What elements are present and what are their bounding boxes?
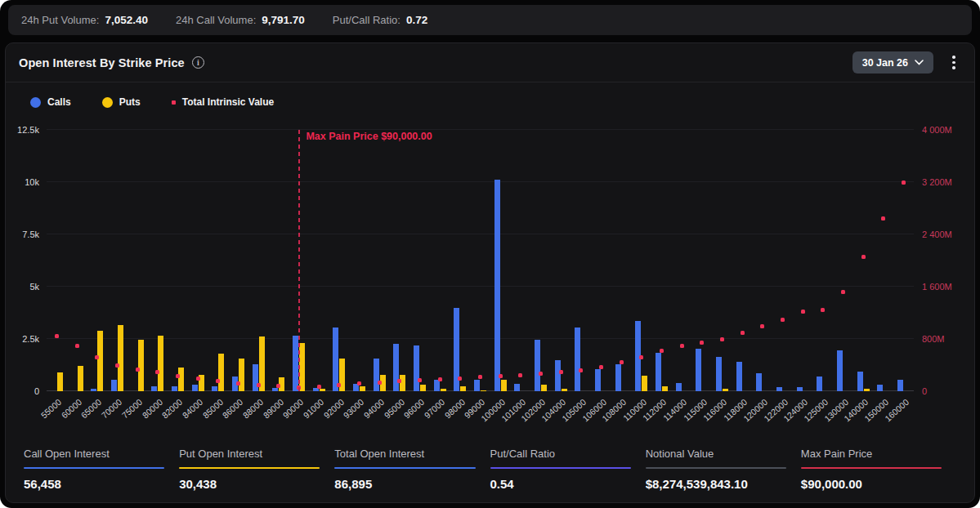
intrinsic-value-dot (781, 318, 785, 322)
strike-slot-100000: 100000 (490, 130, 511, 391)
call-bar (857, 372, 863, 391)
stat-call-open-interest: Call Open Interest56,458 (24, 448, 164, 492)
panel-title: Open Interest By Strike Price (19, 56, 185, 69)
strike-slot-93000: 93000 (349, 130, 369, 391)
strike-slot-80000: 80000 (147, 130, 168, 391)
topbar-stat-label: 24h Call Volume: (176, 14, 256, 26)
intrinsic-value-dot (881, 216, 885, 221)
stat-underline (646, 467, 786, 470)
strike-slot-122000: 122000 (772, 130, 793, 391)
intrinsic-value-dot (378, 381, 382, 385)
call-bar (776, 387, 782, 391)
x-tick-label: 89000 (261, 397, 285, 420)
put-bar (642, 376, 647, 391)
y-tick-label-right: 3 200M (922, 177, 952, 187)
stat-underline (334, 467, 475, 470)
stat-underline (179, 467, 320, 470)
open-interest-panel: Open Interest By Strike Price i 30 Jan 2… (5, 42, 975, 503)
stat-label: Total Open Interest (334, 448, 475, 460)
x-tick-label: 55000 (39, 397, 64, 420)
call-bar (393, 344, 399, 391)
call-bar (514, 384, 520, 391)
plot-area: 5500060000650007000075000800008200084000… (47, 130, 914, 391)
right-axis: 0800M1 600M2 400M3 200M4 000M (917, 130, 974, 391)
strike-slot-150000: 150000 (874, 130, 894, 391)
put-bar (562, 389, 567, 391)
x-tick-label: 84000 (180, 397, 204, 420)
call-bar (676, 383, 682, 391)
chevron-down-icon (915, 60, 924, 65)
strike-slot-99000: 99000 (470, 130, 490, 391)
intrinsic-value-dot (518, 373, 522, 377)
call-bar (293, 336, 298, 391)
put-bar (97, 331, 103, 391)
intrinsic-value-dot (115, 363, 119, 368)
intrinsic-value-dot (680, 344, 684, 348)
call-bar (615, 364, 621, 391)
put-bar (662, 386, 668, 391)
x-tick-label: 75000 (119, 397, 144, 420)
stat-value: $8,274,539,843.10 (646, 477, 786, 491)
strike-slot-60000: 60000 (67, 130, 87, 391)
stat-label: Put/Call Ratio (490, 448, 631, 460)
volume-stats-bar: 24h Put Volume:7,052.4024h Call Volume:9… (8, 5, 972, 35)
intrinsic-value-dot (136, 368, 140, 372)
strike-slot-116000: 116000 (712, 130, 732, 391)
x-tick-label: 93000 (342, 397, 366, 420)
stat-label: Put Open Interest (179, 448, 320, 460)
x-tick-label: 82000 (160, 397, 185, 420)
left-axis: 02.5k5k7.5k10k12.5k (6, 130, 42, 391)
intrinsic-value-dot (95, 355, 99, 359)
legend-marker-icon (102, 97, 113, 108)
x-tick-label: 85000 (200, 397, 225, 420)
legend-item-puts[interactable]: Puts (102, 96, 141, 108)
expiry-dropdown[interactable]: 30 Jan 26 (852, 51, 933, 74)
info-icon[interactable]: i (192, 56, 204, 69)
put-bar (360, 386, 365, 391)
chart: 02.5k5k7.5k10k12.5k 55000600006500070000… (6, 112, 974, 429)
put-bar (320, 389, 325, 391)
put-bar (178, 368, 184, 391)
put-bar (501, 380, 507, 391)
more-options-icon[interactable] (946, 54, 961, 72)
stat-underline (490, 467, 631, 470)
x-tick-label: 65000 (79, 397, 104, 420)
call-bar (192, 385, 198, 391)
max-pain-label: Max Pain Price $90,000.00 (306, 131, 432, 142)
stat-label: Notional Value (646, 448, 786, 460)
topbar-stat-value: 0.72 (406, 14, 427, 26)
intrinsic-value-dot (660, 349, 664, 353)
x-tick-label: 70000 (100, 397, 124, 420)
call-bar (555, 360, 561, 391)
call-bar (151, 386, 157, 391)
x-tick-label: 94000 (361, 397, 386, 420)
call-bar (272, 388, 278, 391)
strike-slot-102000: 102000 (530, 130, 551, 391)
stat-underline (801, 467, 942, 470)
strike-slot-97000: 97000 (430, 130, 450, 391)
intrinsic-value-dot (276, 384, 280, 388)
put-bar (158, 336, 163, 391)
legend-label: Calls (47, 96, 71, 108)
y-tick-label-right: 4 000M (922, 125, 952, 135)
x-tick-label: 96000 (402, 397, 427, 420)
intrinsic-value-dot (337, 383, 341, 387)
strike-slot-140000: 140000 (853, 130, 874, 391)
strike-slot-110000: 110000 (632, 130, 652, 391)
strike-slot-108000: 108000 (611, 130, 632, 391)
call-bar (111, 380, 117, 391)
call-bar (434, 380, 440, 391)
put-bar (460, 386, 466, 391)
call-bar (817, 377, 822, 391)
stat-put-call-ratio: Put/Call Ratio0.54 (490, 448, 631, 492)
legend-item-total-intrinsic-value[interactable]: Total Intrinsic Value (172, 96, 274, 108)
put-bar (138, 340, 144, 391)
put-bar (723, 389, 728, 391)
strike-slot-82000: 82000 (168, 130, 188, 391)
strike-slot-106000: 106000 (591, 130, 611, 391)
x-tick-label: 92000 (321, 397, 346, 420)
legend-item-calls[interactable]: Calls (30, 96, 71, 108)
strike-slot-105000: 105000 (571, 130, 592, 391)
x-tick-label: 80000 (140, 397, 164, 420)
strike-slot-96000: 96000 (409, 130, 430, 391)
